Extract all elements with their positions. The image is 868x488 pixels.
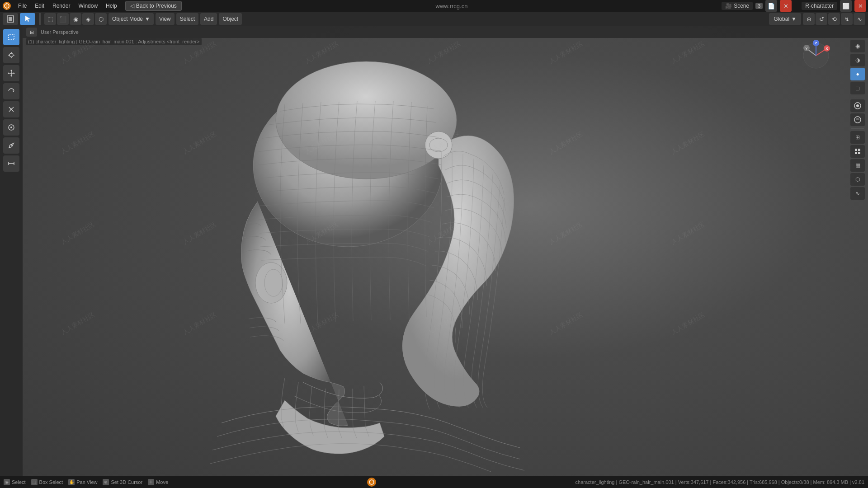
snap-icons: ⊕ ↺ ⟲ ↯ ∿ xyxy=(803,13,865,25)
maximize-icon[interactable]: ⬜ xyxy=(840,0,852,12)
blender-logo-status xyxy=(365,477,378,487)
viewport-header: ⊞ User Perspective xyxy=(23,26,868,38)
left-sidebar xyxy=(0,26,23,476)
proportional-falloff-icon[interactable]: ∿ xyxy=(854,13,865,25)
viewport-shading-material-btn[interactable]: ◑ xyxy=(850,54,865,66)
right-panel-separator-2 xyxy=(851,128,864,129)
svg-rect-4 xyxy=(9,17,12,21)
select-menu[interactable]: Select xyxy=(176,13,198,25)
3d-viewport[interactable]: 人人素材社区 人人素材社区 人人素材社区 人人素材社区 人人素材社区 人人素材社… xyxy=(23,26,868,476)
svg-rect-48 xyxy=(855,152,857,154)
mode-icon-1[interactable]: ⬚ xyxy=(44,13,56,25)
svg-marker-13 xyxy=(10,70,12,71)
svg-rect-46 xyxy=(855,149,857,151)
mode-icon-2[interactable]: ⬛ xyxy=(57,13,69,25)
scale-tool[interactable] xyxy=(3,101,19,117)
back-button-label: Back to Previous xyxy=(136,3,177,9)
overlay-toggle-btn[interactable] xyxy=(850,99,865,112)
viewport-extra-5[interactable]: ∿ xyxy=(850,187,865,200)
viewport-extra-4[interactable]: ⬡ xyxy=(850,173,865,186)
global-transform-dropdown[interactable]: Global ▼ xyxy=(769,13,801,25)
scene-selector[interactable]: 🎥 Scene xyxy=(722,2,753,10)
scene-close-icon[interactable]: ✕ xyxy=(780,0,792,12)
main-toolbar: ⬚ ⬛ ◉ ◈ ⬡ Object Mode ▼ View Select Add … xyxy=(0,12,868,26)
viewport-shading-rendered-btn[interactable]: ◉ xyxy=(850,40,865,52)
menu-help[interactable]: Help xyxy=(102,1,121,11)
transform-pivot-icon[interactable]: ⟲ xyxy=(828,13,840,25)
svg-marker-15 xyxy=(8,72,9,74)
cursor-tool[interactable] xyxy=(3,47,19,63)
new-scene-icon[interactable]: 📄 xyxy=(765,0,777,12)
snap-element-icon[interactable]: ↯ xyxy=(841,13,853,25)
box-select-label: Box Select xyxy=(39,479,63,485)
svg-point-44 xyxy=(856,104,859,107)
annotate-tool[interactable] xyxy=(3,137,19,154)
viewport-extra-3[interactable]: ▦ xyxy=(850,159,865,172)
proportional-edit-icon[interactable]: ↺ xyxy=(816,13,827,25)
status-center xyxy=(174,477,570,487)
axis-indicator: X Y Z xyxy=(800,40,832,71)
svg-point-22 xyxy=(10,127,12,128)
set-cursor-label: Set 3D Cursor xyxy=(111,479,142,485)
header-tool-icon[interactable] xyxy=(3,13,18,25)
move-icon: ✛ xyxy=(148,479,154,485)
cursor-mode-btn[interactable] xyxy=(20,13,35,25)
menu-window[interactable]: Window xyxy=(75,1,101,11)
viewport-extra-1[interactable]: ⊞ xyxy=(850,131,865,144)
transform-tool[interactable] xyxy=(3,119,19,136)
measure-tool[interactable] xyxy=(3,155,19,172)
r-character-label: R-character xyxy=(805,3,834,9)
menu-render[interactable]: Render xyxy=(49,1,74,11)
stats-text: character_lighting | GEO-rain_hair_main.… xyxy=(576,479,864,485)
svg-text:Y: Y xyxy=(805,47,808,51)
pan-view-status: ✋ Pan View xyxy=(68,479,97,485)
scene-number-badge: 3 xyxy=(755,3,763,9)
xray-toggle-btn[interactable] xyxy=(850,113,865,126)
select-status-icon: ◉ xyxy=(4,479,10,485)
r-character-selector[interactable]: R-character xyxy=(802,2,837,10)
header-right-controls: 🎥 Scene 3 📄 ✕ R-character ⬜ ✕ xyxy=(722,0,866,12)
svg-point-29 xyxy=(255,263,287,303)
move-tool[interactable] xyxy=(3,65,19,81)
main-area: 人人素材社区 人人素材社区 人人素材社区 人人素材社区 人人素材社区 人人素材社… xyxy=(0,26,868,476)
box-select-status: ⬚ Box Select xyxy=(31,479,63,485)
close-icon[interactable]: ✕ xyxy=(854,0,866,12)
select-box-tool[interactable] xyxy=(3,29,19,45)
snap-icon[interactable]: ⊕ xyxy=(803,13,815,25)
character-wireframe xyxy=(23,26,868,476)
viewport-extra-2[interactable] xyxy=(850,145,865,158)
menu-file[interactable]: File xyxy=(14,1,30,11)
camera-icon: 🎥 xyxy=(725,3,732,9)
mode-icons: ⬚ ⬛ ◉ ◈ ⬡ xyxy=(44,13,107,25)
add-menu[interactable]: Add xyxy=(200,13,217,25)
view-menu[interactable]: View xyxy=(156,13,175,25)
top-menu-bar: File Edit Render Window Help ◁ Back to P… xyxy=(0,0,868,12)
object-menu[interactable]: Object xyxy=(219,13,242,25)
svg-point-20 xyxy=(10,108,12,110)
app-title: www.rrcg.cn xyxy=(183,3,721,9)
object-mode-dropdown-icon: ▼ xyxy=(145,16,150,22)
back-to-previous-button[interactable]: ◁ Back to Previous xyxy=(125,1,182,11)
select-status: ◉ Select xyxy=(4,479,26,485)
back-icon: ◁ xyxy=(130,3,134,9)
object-mode-dropdown[interactable]: Object Mode ▼ xyxy=(108,13,154,25)
mode-icon-3[interactable]: ◉ xyxy=(70,13,81,25)
mode-icon-5[interactable]: ⬡ xyxy=(95,13,107,25)
svg-point-28 xyxy=(276,61,457,179)
breadcrumb: (1) character_lighting | GEO-rain_hair_m… xyxy=(26,38,202,45)
svg-point-31 xyxy=(425,131,452,159)
move-label: Move xyxy=(156,479,168,485)
mode-icon-4[interactable]: ◈ xyxy=(82,13,94,25)
status-bar: ◉ Select ⬚ Box Select ✋ Pan View ⊕ Set 3… xyxy=(0,476,868,488)
pan-view-label: Pan View xyxy=(76,479,97,485)
viewport-shading-solid-btn[interactable]: ● xyxy=(850,68,865,80)
set-cursor-status: ⊕ Set 3D Cursor xyxy=(103,479,142,485)
viewport-menu-btn[interactable]: ⊞ xyxy=(26,28,37,37)
menu-edit[interactable]: Edit xyxy=(31,1,48,11)
svg-rect-5 xyxy=(9,34,14,40)
rotate-tool[interactable] xyxy=(3,83,19,99)
viewport-shading-wireframe-btn[interactable]: ◻ xyxy=(850,82,865,94)
svg-marker-14 xyxy=(10,75,12,77)
viewport-perspective-label: User Perspective xyxy=(41,29,79,35)
select-status-label: Select xyxy=(12,479,26,485)
